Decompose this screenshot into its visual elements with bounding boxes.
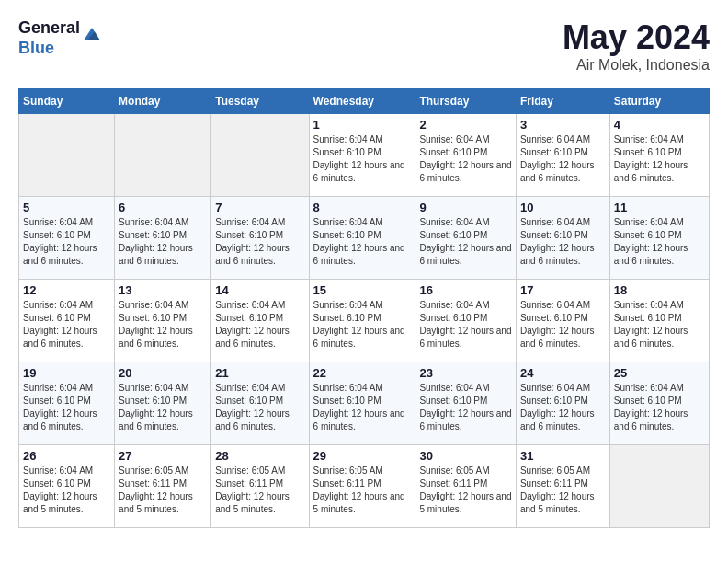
day-number: 17 <box>520 283 606 297</box>
header-wednesday: Wednesday <box>309 89 415 114</box>
day-info: Sunrise: 6:04 AM Sunset: 6:10 PM Dayligh… <box>614 133 705 185</box>
logo-text: GeneralBlue <box>18 18 80 58</box>
day-info: Sunrise: 6:04 AM Sunset: 6:10 PM Dayligh… <box>23 216 110 268</box>
day-number: 21 <box>215 366 304 380</box>
day-number: 7 <box>215 201 304 214</box>
day-info: Sunrise: 6:04 AM Sunset: 6:10 PM Dayligh… <box>419 299 512 350</box>
day-number: 25 <box>614 366 705 380</box>
day-info: Sunrise: 6:04 AM Sunset: 6:10 PM Dayligh… <box>119 216 207 268</box>
calendar-cell: 4Sunrise: 6:04 AM Sunset: 6:10 PM Daylig… <box>609 114 709 197</box>
calendar-cell: 25Sunrise: 6:04 AM Sunset: 6:10 PM Dayli… <box>609 362 709 445</box>
day-number: 28 <box>215 449 304 463</box>
calendar-body: 1Sunrise: 6:04 AM Sunset: 6:10 PM Daylig… <box>19 114 710 528</box>
calendar-week-row: 5Sunrise: 6:04 AM Sunset: 6:10 PM Daylig… <box>19 197 710 280</box>
calendar-cell: 10Sunrise: 6:04 AM Sunset: 6:10 PM Dayli… <box>516 197 609 280</box>
calendar-cell: 11Sunrise: 6:04 AM Sunset: 6:10 PM Dayli… <box>609 197 709 280</box>
calendar-cell: 27Sunrise: 6:05 AM Sunset: 6:11 PM Dayli… <box>115 445 211 528</box>
calendar-cell: 13Sunrise: 6:04 AM Sunset: 6:10 PM Dayli… <box>115 280 211 362</box>
header-friday: Friday <box>516 89 609 114</box>
day-number: 15 <box>313 283 412 297</box>
day-info: Sunrise: 6:04 AM Sunset: 6:10 PM Dayligh… <box>313 133 412 185</box>
logo-blue-text: Blue <box>18 39 54 57</box>
calendar-week-row: 1Sunrise: 6:04 AM Sunset: 6:10 PM Daylig… <box>19 114 710 197</box>
day-info: Sunrise: 6:05 AM Sunset: 6:11 PM Dayligh… <box>313 465 412 516</box>
day-info: Sunrise: 6:04 AM Sunset: 6:10 PM Dayligh… <box>313 299 412 350</box>
calendar-cell: 1Sunrise: 6:04 AM Sunset: 6:10 PM Daylig… <box>309 114 415 197</box>
day-number: 3 <box>520 118 606 132</box>
day-info: Sunrise: 6:04 AM Sunset: 6:10 PM Dayligh… <box>419 216 512 268</box>
day-info: Sunrise: 6:04 AM Sunset: 6:10 PM Dayligh… <box>119 299 207 350</box>
day-info: Sunrise: 6:04 AM Sunset: 6:10 PM Dayligh… <box>215 382 304 433</box>
day-number: 20 <box>119 366 207 380</box>
day-number: 4 <box>614 118 705 132</box>
header-saturday: Saturday <box>609 89 709 114</box>
calendar-cell: 30Sunrise: 6:05 AM Sunset: 6:11 PM Dayli… <box>415 445 517 528</box>
day-info: Sunrise: 6:04 AM Sunset: 6:10 PM Dayligh… <box>119 382 207 433</box>
day-info: Sunrise: 6:04 AM Sunset: 6:10 PM Dayligh… <box>614 216 705 268</box>
day-info: Sunrise: 6:04 AM Sunset: 6:10 PM Dayligh… <box>313 216 412 268</box>
calendar-cell: 6Sunrise: 6:04 AM Sunset: 6:10 PM Daylig… <box>115 197 211 280</box>
day-number: 24 <box>520 366 606 380</box>
day-number: 11 <box>614 201 705 214</box>
day-info: Sunrise: 6:04 AM Sunset: 6:10 PM Dayligh… <box>614 382 705 433</box>
day-number: 26 <box>23 449 110 463</box>
day-number: 13 <box>119 283 207 297</box>
day-number: 29 <box>313 449 412 463</box>
day-number: 1 <box>313 118 412 132</box>
calendar-cell: 2Sunrise: 6:04 AM Sunset: 6:10 PM Daylig… <box>415 114 517 197</box>
day-info: Sunrise: 6:05 AM Sunset: 6:11 PM Dayligh… <box>215 465 304 516</box>
day-info: Sunrise: 6:04 AM Sunset: 6:10 PM Dayligh… <box>23 299 110 350</box>
day-info: Sunrise: 6:04 AM Sunset: 6:10 PM Dayligh… <box>215 299 304 350</box>
day-number: 27 <box>119 449 207 463</box>
calendar-cell: 18Sunrise: 6:04 AM Sunset: 6:10 PM Dayli… <box>609 280 709 362</box>
calendar-header-row: Sunday Monday Tuesday Wednesday Thursday… <box>19 89 710 114</box>
header-monday: Monday <box>115 89 211 114</box>
calendar-cell <box>609 445 709 528</box>
day-info: Sunrise: 6:04 AM Sunset: 6:10 PM Dayligh… <box>23 465 110 516</box>
main-title: May 2024 <box>563 18 710 57</box>
calendar-cell: 17Sunrise: 6:04 AM Sunset: 6:10 PM Dayli… <box>516 280 609 362</box>
day-info: Sunrise: 6:05 AM Sunset: 6:11 PM Dayligh… <box>520 465 606 516</box>
calendar-cell: 22Sunrise: 6:04 AM Sunset: 6:10 PM Dayli… <box>309 362 415 445</box>
day-info: Sunrise: 6:04 AM Sunset: 6:10 PM Dayligh… <box>419 382 512 433</box>
calendar-week-row: 19Sunrise: 6:04 AM Sunset: 6:10 PM Dayli… <box>19 362 710 445</box>
calendar-cell: 12Sunrise: 6:04 AM Sunset: 6:10 PM Dayli… <box>19 280 115 362</box>
day-number: 16 <box>419 283 512 297</box>
day-number: 9 <box>419 201 512 214</box>
day-info: Sunrise: 6:05 AM Sunset: 6:11 PM Dayligh… <box>419 465 512 516</box>
logo: GeneralBlue <box>18 18 102 58</box>
calendar-table: Sunday Monday Tuesday Wednesday Thursday… <box>18 88 710 528</box>
title-area: May 2024 Air Molek, Indonesia <box>563 18 710 74</box>
day-number: 10 <box>520 201 606 214</box>
calendar-cell: 15Sunrise: 6:04 AM Sunset: 6:10 PM Dayli… <box>309 280 415 362</box>
day-number: 31 <box>520 449 606 463</box>
calendar-cell: 16Sunrise: 6:04 AM Sunset: 6:10 PM Dayli… <box>415 280 517 362</box>
calendar-cell: 29Sunrise: 6:05 AM Sunset: 6:11 PM Dayli… <box>309 445 415 528</box>
day-number: 23 <box>419 366 512 380</box>
day-number: 12 <box>23 283 110 297</box>
calendar-cell: 26Sunrise: 6:04 AM Sunset: 6:10 PM Dayli… <box>19 445 115 528</box>
day-number: 19 <box>23 366 110 380</box>
logo-icon <box>82 24 102 44</box>
day-info: Sunrise: 6:04 AM Sunset: 6:10 PM Dayligh… <box>313 382 412 433</box>
day-number: 14 <box>215 283 304 297</box>
day-info: Sunrise: 6:04 AM Sunset: 6:10 PM Dayligh… <box>520 299 606 350</box>
day-info: Sunrise: 6:04 AM Sunset: 6:10 PM Dayligh… <box>419 133 512 185</box>
calendar-cell: 5Sunrise: 6:04 AM Sunset: 6:10 PM Daylig… <box>19 197 115 280</box>
calendar-cell: 3Sunrise: 6:04 AM Sunset: 6:10 PM Daylig… <box>516 114 609 197</box>
day-number: 30 <box>419 449 512 463</box>
day-info: Sunrise: 6:05 AM Sunset: 6:11 PM Dayligh… <box>119 465 207 516</box>
calendar-cell: 7Sunrise: 6:04 AM Sunset: 6:10 PM Daylig… <box>211 197 309 280</box>
day-number: 18 <box>614 283 705 297</box>
day-number: 22 <box>313 366 412 380</box>
header-sunday: Sunday <box>19 89 115 114</box>
calendar-cell: 31Sunrise: 6:05 AM Sunset: 6:11 PM Dayli… <box>516 445 609 528</box>
calendar-week-row: 26Sunrise: 6:04 AM Sunset: 6:10 PM Dayli… <box>19 445 710 528</box>
day-info: Sunrise: 6:04 AM Sunset: 6:10 PM Dayligh… <box>520 133 606 185</box>
calendar-cell: 9Sunrise: 6:04 AM Sunset: 6:10 PM Daylig… <box>415 197 517 280</box>
calendar-cell: 28Sunrise: 6:05 AM Sunset: 6:11 PM Dayli… <box>211 445 309 528</box>
day-info: Sunrise: 6:04 AM Sunset: 6:10 PM Dayligh… <box>215 216 304 268</box>
calendar-cell: 19Sunrise: 6:04 AM Sunset: 6:10 PM Dayli… <box>19 362 115 445</box>
calendar-cell: 14Sunrise: 6:04 AM Sunset: 6:10 PM Dayli… <box>211 280 309 362</box>
day-number: 2 <box>419 118 512 132</box>
